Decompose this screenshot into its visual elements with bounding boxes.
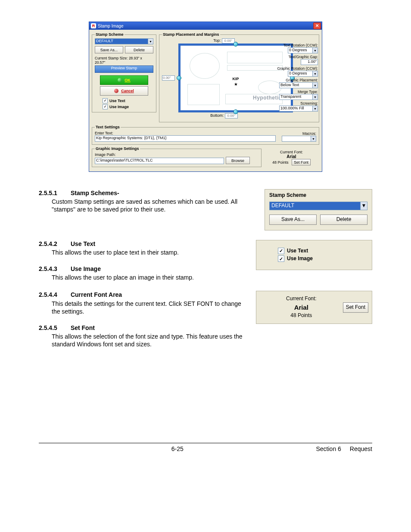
drag-handle-icon[interactable] [177,76,181,81]
top-margin-input[interactable]: 0.00" [222,38,235,44]
set-font-button[interactable]: Set Font [292,159,311,165]
check-icon: ✓ [103,104,108,109]
chevron-down-icon[interactable]: ▼ [361,202,367,210]
bottom-margin-label: Bottom: [210,113,224,118]
use-image-label: Use Image [109,105,129,109]
footer-topic: Request [350,445,372,453]
text-settings-group: Text Settings Enter Text: Kip Reprograph… [92,125,319,145]
graphic-placement-select[interactable]: Below Text ▼ [275,82,318,88]
use-image-checkbox[interactable]: ✓ Use Image [103,104,153,109]
delete-button[interactable]: Delete [125,46,153,53]
screening-select[interactable]: 100.000% Fill ▼ [275,106,318,112]
chevron-down-icon[interactable]: ▼ [313,82,318,88]
graphic-rotation-select[interactable]: 0 Degrees ▼ [275,71,318,77]
top-margin-label: Top: [213,38,221,43]
section-number: 2.5.5.1 [39,189,69,197]
text-graphic-gap-input[interactable]: 1.00" [301,59,318,65]
placement-legend: Stamp Placement and Margins [162,32,220,37]
current-font-name: Arial [260,303,343,312]
panel-legend: Stamp Scheme [269,192,367,199]
section-number: 2.5.4.4 [39,291,69,299]
chevron-down-icon[interactable]: ▼ [313,94,318,100]
titlebar: R Stamp Image ✕ [89,22,322,30]
stamp-scheme-group: Stamp Scheme DEFAULT ▼ Save As... Delete… [92,32,156,112]
save-as-button[interactable]: Save As... [269,215,317,225]
delete-button[interactable]: Delete [320,215,367,225]
text-rotation-label: Text Rotation (CCW): [275,43,318,47]
chevron-down-icon[interactable]: ▼ [311,136,316,142]
ok-button[interactable]: OK [100,75,148,85]
use-options-panel: ✓ Use Text ✓ Use Image [256,240,372,270]
drag-handle-icon[interactable] [234,109,238,114]
text-graphic-gap-label: Text/Graphic Gap: [275,55,318,59]
text-settings-legend: Text Settings [95,125,121,129]
window-title: Stamp Image [98,24,123,28]
stamp-scheme-panel: Stamp Scheme DEFAULT ▼ Save As... Delete [265,189,372,230]
section-title: Use Image [71,265,101,272]
use-text-checkbox[interactable]: ✓ Use Text [278,248,367,255]
section-body: This details the settings for the curren… [52,300,246,315]
use-text-label: Use Text [287,248,308,255]
section-body: Custom Stamp settings are saved as schem… [52,198,255,213]
screening-label: Screening: [275,101,318,106]
merge-type-select[interactable]: Transparent ▼ [275,94,318,100]
check-icon: ✓ [103,98,108,103]
scheme-value: DEFAULT [269,202,361,210]
stamp-image-dialog: R Stamp Image ✕ Stamp Scheme DEFAULT ▼ S [89,22,322,172]
page-footer: 6-25 Section 6 Request [39,443,372,453]
preview-stamp-button[interactable]: Preview Stamp [95,65,153,73]
star-icon: ★ [234,82,238,87]
placement-group: Stamp Placement and Margins Top: 0.00" 0… [159,32,319,122]
cancel-button[interactable]: Cancel [100,86,148,96]
macros-label: Macros: [282,131,316,136]
current-font-label: Current Font: [260,296,343,302]
section-body: This allows the user to place an image i… [52,274,246,281]
browse-button[interactable]: Browse [226,157,250,164]
cancel-dot-icon [114,89,118,93]
chevron-down-icon[interactable]: ▼ [313,71,318,77]
footer-section: Section 6 [316,445,341,453]
current-font-label: Current Font: [272,150,311,154]
graphic-placement-label: Graphic Placement: [275,78,318,82]
scheme-select[interactable]: DEFAULT ▼ [269,202,367,210]
graphic-image-settings-group: Graphic Image Settings Image Path: C:\im… [92,146,262,167]
section-number: 2.5.4.2 [39,240,69,248]
app-icon: R [91,23,96,28]
macros-select[interactable]: ▼ [282,136,316,142]
chevron-down-icon[interactable]: ▼ [313,47,318,53]
merge-type-label: Merge Type: [275,90,318,94]
placement-options: Text Rotation (CCW): 0 Degrees ▼ Text/Gr… [275,42,318,112]
close-icon[interactable]: ✕ [313,22,321,29]
drag-handle-icon[interactable] [234,42,238,47]
use-text-label: Use Text [109,99,125,103]
ok-dot-icon [118,78,122,82]
section-title: Stamp Schemes- [71,190,119,196]
enter-text-input[interactable]: Kip Reprographic Systems: {DT1}, {TM1} [95,135,276,142]
section-number: 2.5.4.5 [39,324,69,332]
enter-text-label: Enter Text: [95,131,276,135]
current-font-size: 48 Points [272,160,289,165]
use-image-label: Use Image [287,255,313,262]
text-rotation-select[interactable]: 0 Degrees ▼ [275,47,318,53]
current-font-block: Current Font: Arial 48 Points Set Font [272,150,311,165]
section-body: This allows the selection of the font si… [52,333,246,348]
current-font-panel: Current Font: Arial 48 Points Set Font [256,291,372,324]
use-image-checkbox[interactable]: ✓ Use Image [278,255,367,262]
chevron-down-icon[interactable]: ▼ [313,106,318,112]
section-title: Current Font Area [71,291,122,298]
current-font-size: 48 Points [260,312,343,319]
ok-label: OK [125,78,131,82]
left-margin-input[interactable]: 0.00" [162,75,175,81]
set-font-button[interactable]: Set Font [343,302,368,313]
stamp-size-label: Current Stamp Size: 28.93" x 20.57" [95,56,153,65]
section-title: Use Text [71,240,95,247]
image-path-input[interactable]: C:\images\raster\TLC\TROL.TLC [95,158,224,164]
use-text-checkbox[interactable]: ✓ Use Text [103,98,153,103]
save-as-button[interactable]: Save As... [95,46,123,53]
page-number: 6-25 [39,445,316,453]
section-body: This allows the user to place text in th… [52,249,246,256]
kip-label: KIP [232,77,239,81]
section-number: 2.5.4.3 [39,265,69,273]
graphic-rotation-label: Graphic Rotation (CCW): [275,66,318,71]
graphic-image-settings-legend: Graphic Image Settings [95,146,140,151]
